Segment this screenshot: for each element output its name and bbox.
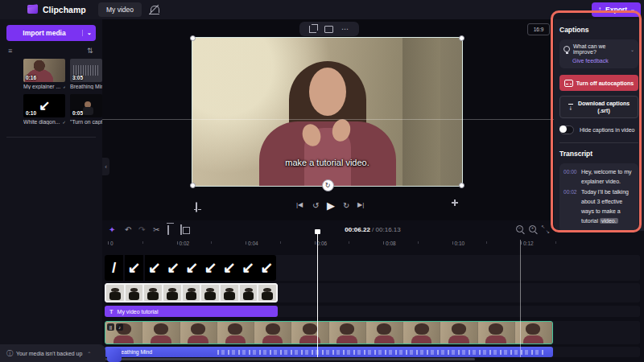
clip-frame [440, 322, 477, 343]
transcript-card[interactable]: 00:00Hey, welcome to my explainer video.… [559, 163, 638, 232]
media-thumbnail[interactable]: ↙0:10 [23, 94, 65, 117]
resize-handle-br[interactable] [459, 183, 464, 188]
zoom-in-button[interactable]: + [529, 225, 536, 232]
media-thumbnail[interactable]: 0:16 [23, 59, 65, 82]
playhead[interactable] [317, 232, 318, 357]
media-item[interactable]: ↙0:10White diagon...✓ [23, 94, 65, 125]
skip-end-button[interactable]: ▶| [357, 201, 364, 208]
rotate-handle[interactable]: ↻ [322, 179, 334, 191]
fill-frame-icon[interactable] [324, 26, 333, 33]
clip-frame [106, 285, 124, 301]
main-video-clip[interactable] [105, 321, 553, 344]
import-options-chevron[interactable]: ⌄ [82, 30, 96, 36]
video-frame-image: make a tutorial video. [192, 38, 462, 186]
download-captions-ext: (.srt) [597, 108, 610, 113]
hide-captions-toggle[interactable] [559, 125, 574, 134]
sidebar-divider [6, 137, 96, 138]
ruler-tick [521, 241, 522, 245]
audio-clip[interactable]: ♪ Breathing Mind [105, 347, 553, 357]
duplicate-icon [180, 224, 182, 235]
text-tool-icon: T [109, 308, 114, 315]
ai-suggestions-button[interactable]: ✦ [109, 225, 115, 234]
timeline-scrollbar[interactable] [105, 358, 475, 360]
clipchamp-logo-icon [27, 5, 38, 14]
backup-status-bar[interactable]: ⓘ Your media isn't backed up ⌃ [0, 344, 105, 362]
tab-my-video[interactable]: My video [98, 2, 142, 17]
clip-frame [142, 322, 180, 343]
filter-icon[interactable]: ≡ [8, 47, 12, 55]
burned-in-caption: make a tutorial video. [192, 158, 462, 167]
media-item[interactable]: 3:05Breathing Mind✓ [70, 59, 102, 89]
timeline: ✦ ↶ ↷ ✂ 00:06.22 / 00:16.13 − + 00:020:0… [102, 220, 644, 362]
clip-frame [144, 285, 162, 301]
timeline-ruler[interactable]: 00:020:040:060:080:100:12 [102, 240, 644, 251]
delete-button[interactable] [167, 225, 169, 234]
resize-handle-tr[interactable] [459, 35, 464, 41]
zoom-out-button[interactable]: − [516, 225, 523, 232]
backup-status-text: Your media isn't backed up [16, 351, 82, 356]
ruler-label: 0:10 [455, 241, 465, 246]
arrow-frame: ↙ [125, 256, 143, 280]
preview-area: ‹ ⋯ 16:9 make a tutorial video. [102, 19, 554, 220]
duplicate-button[interactable] [180, 225, 182, 234]
ruler-minor-tick [486, 241, 487, 244]
download-captions-button[interactable]: ↑ Download captions (.srt) [559, 96, 638, 118]
crop-icon[interactable] [309, 26, 316, 33]
download-captions-label: Download captions [578, 101, 630, 106]
brand-name: Clipchamp [43, 5, 86, 14]
transcript-entry[interactable]: 00:00Hey, welcome to my explainer video. [564, 167, 634, 187]
ruler-minor-tick [142, 241, 143, 244]
play-button[interactable]: ▶ [327, 200, 335, 212]
transcript-timestamp: 00:00 [564, 167, 578, 187]
media-item[interactable]: 0:16My explainer ...✓ [23, 59, 65, 89]
sort-icon[interactable]: ⇅ [87, 47, 93, 55]
ruler-label: 0:04 [248, 241, 258, 246]
more-options-icon[interactable]: ⋯ [341, 25, 349, 33]
zoom-fit-button[interactable] [542, 225, 549, 232]
help-button[interactable] [107, 348, 122, 362]
resize-handle-bl[interactable] [190, 183, 196, 188]
check-icon: ✓ [63, 84, 65, 89]
split-button[interactable]: ✂ [153, 225, 159, 234]
export-button[interactable]: ↑ Export ⌄ [592, 2, 641, 17]
import-media-button[interactable]: Import media ⌄ [6, 25, 96, 41]
give-feedback-link[interactable]: Give feedback [572, 58, 634, 64]
captions-panel-title: Captions [559, 26, 638, 34]
sidebar-collapse-handle[interactable]: ‹ [102, 158, 109, 175]
total-time: 00:16.13 [376, 226, 401, 233]
ruler-minor-tick [211, 241, 212, 244]
check-icon: ✓ [62, 119, 65, 125]
media-title: My explainer ... [23, 84, 60, 89]
arrow-frame: ↙ [183, 256, 201, 280]
sign-language-clip[interactable] [105, 283, 278, 302]
arrow-frame: ↙ [239, 256, 258, 280]
redo-button[interactable]: ↷ [138, 225, 145, 234]
undo-button[interactable]: ↶ [125, 225, 131, 234]
ruler-tick [315, 241, 316, 245]
media-item[interactable]: 0:05"Turn on capti...✓ [70, 94, 102, 125]
media-thumbnail[interactable]: 0:05 [70, 94, 102, 117]
video-canvas[interactable]: make a tutorial video. ↻ [192, 37, 463, 187]
aspect-ratio-badge[interactable]: 16:9 [527, 23, 550, 35]
forward-1s-button[interactable]: ↻ [343, 201, 349, 210]
arrow-frame: ↙ [164, 256, 183, 280]
arrow-overlay-clip[interactable]: /↙↙↙↙↙↙↙↙ [105, 255, 276, 281]
turn-off-autocaptions-button[interactable]: Turn off autocaptions [559, 75, 638, 91]
notifications-off-icon[interactable] [151, 6, 159, 13]
clip-frame [254, 322, 291, 343]
media-thumbnail[interactable]: 3:05 [70, 59, 102, 82]
clip-frame [183, 285, 200, 301]
captions-preview-toggle[interactable] [196, 203, 197, 212]
ruler-label: 0 [110, 241, 114, 246]
lightbulb-icon [564, 46, 570, 52]
transcript-timestamp: 00:02 [564, 187, 578, 226]
ruler-minor-tick [555, 241, 556, 244]
text-clip[interactable]: T My video tutorial [105, 306, 278, 317]
feedback-prompt-row[interactable]: What can we improve? ⌄ [564, 43, 634, 55]
ruler-label: 0:06 [317, 241, 328, 246]
rewind-1s-button[interactable]: ↺ [312, 201, 319, 210]
skip-start-button[interactable]: |◀ [296, 201, 303, 208]
resize-handle-tl[interactable] [190, 35, 196, 41]
playhead-handle[interactable] [315, 229, 320, 234]
transcript-entry[interactable]: 00:02Today I'll be talking about 3 effec… [564, 187, 634, 226]
